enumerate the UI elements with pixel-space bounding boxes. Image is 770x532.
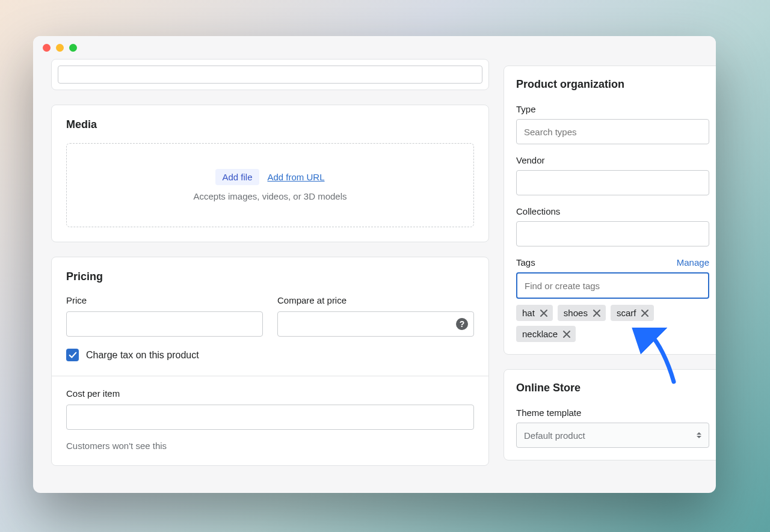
- media-title: Media: [66, 118, 474, 131]
- type-label: Type: [516, 104, 709, 114]
- tags-label: Tags: [516, 257, 535, 268]
- cost-help-text: Customers won't see this: [66, 441, 474, 451]
- minimize-window-button[interactable]: [56, 44, 64, 52]
- description-card: [51, 59, 489, 90]
- remove-tag-icon[interactable]: [593, 309, 601, 317]
- help-icon[interactable]: ?: [456, 318, 468, 330]
- charge-tax-checkbox[interactable]: [66, 349, 79, 361]
- tag-label: necklace: [522, 329, 558, 339]
- template-select[interactable]: Default product: [516, 423, 709, 448]
- compare-price-label: Compare at price: [277, 295, 474, 305]
- tag-chip: scarf: [611, 305, 654, 321]
- price-input[interactable]: [66, 311, 263, 337]
- collections-input[interactable]: [516, 221, 709, 246]
- window-titlebar: [33, 36, 716, 59]
- maximize-window-button[interactable]: [69, 44, 77, 52]
- price-field-group: Price: [66, 295, 263, 337]
- sidebar-column: Product organization Type Vendor Collect…: [504, 59, 716, 481]
- compare-price-input[interactable]: [277, 311, 474, 337]
- tags-input[interactable]: [516, 272, 709, 299]
- tags-list: hat shoes scarf necklace: [516, 305, 709, 342]
- tag-label: scarf: [617, 308, 636, 318]
- remove-tag-icon[interactable]: [562, 330, 571, 338]
- pricing-card: Pricing Price Compare at price ?: [51, 257, 489, 466]
- charge-tax-label: Charge tax on this product: [86, 350, 199, 361]
- window-controls: [43, 44, 77, 52]
- tag-label: shoes: [564, 308, 588, 318]
- check-icon: [69, 351, 77, 359]
- vendor-input[interactable]: [516, 170, 709, 195]
- tag-label: hat: [522, 308, 535, 318]
- media-card: Media Add file Add from URL Accepts imag…: [51, 105, 489, 242]
- add-from-url-link[interactable]: Add from URL: [268, 172, 325, 182]
- media-help-text: Accepts images, videos, or 3D models: [193, 191, 346, 201]
- select-caret-icon: [697, 432, 701, 438]
- media-dropzone[interactable]: Add file Add from URL Accepts images, vi…: [66, 143, 474, 227]
- template-value: Default product: [524, 430, 585, 441]
- collections-label: Collections: [516, 206, 709, 216]
- close-window-button[interactable]: [43, 44, 51, 52]
- vendor-label: Vendor: [516, 155, 709, 165]
- online-store-title: Online Store: [516, 382, 709, 394]
- cost-label: Cost per item: [66, 388, 474, 399]
- organization-card: Product organization Type Vendor Collect…: [504, 66, 716, 355]
- online-store-card: Online Store Theme template Default prod…: [504, 369, 716, 460]
- media-actions: Add file Add from URL: [215, 169, 324, 185]
- pricing-title: Pricing: [66, 271, 474, 283]
- price-label: Price: [66, 295, 263, 305]
- main-column: Media Add file Add from URL Accepts imag…: [51, 59, 489, 481]
- type-input[interactable]: [516, 119, 709, 144]
- tag-chip: necklace: [516, 326, 576, 342]
- organization-title: Product organization: [516, 78, 709, 91]
- cost-input[interactable]: [66, 405, 474, 430]
- template-label: Theme template: [516, 408, 709, 418]
- compare-price-field-group: Compare at price ?: [277, 295, 474, 337]
- remove-tag-icon[interactable]: [641, 309, 649, 317]
- app-window: Media Add file Add from URL Accepts imag…: [33, 36, 716, 493]
- remove-tag-icon[interactable]: [540, 309, 548, 317]
- manage-tags-link[interactable]: Manage: [677, 257, 709, 268]
- add-file-button[interactable]: Add file: [215, 169, 259, 185]
- tag-chip: shoes: [558, 305, 606, 321]
- page-content: Media Add file Add from URL Accepts imag…: [33, 59, 716, 493]
- description-field[interactable]: [58, 66, 482, 84]
- charge-tax-row: Charge tax on this product: [66, 349, 474, 361]
- tag-chip: hat: [516, 305, 553, 321]
